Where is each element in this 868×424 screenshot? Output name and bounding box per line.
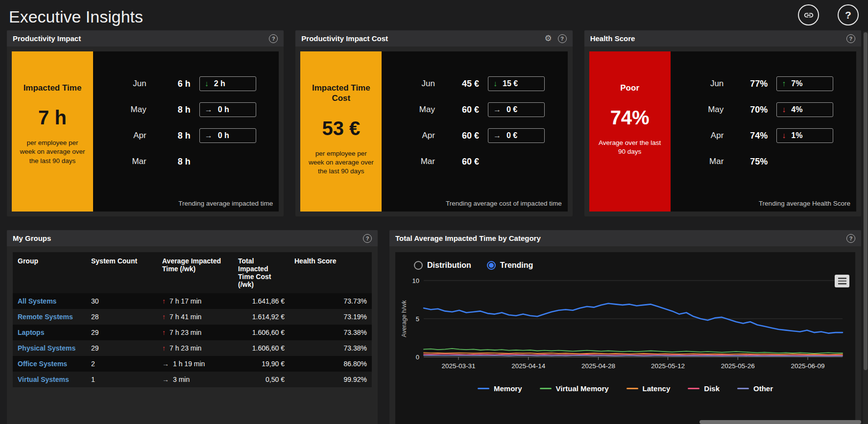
right-arrow-icon xyxy=(162,360,169,368)
help-icon[interactable] xyxy=(846,34,855,43)
up-arrow-icon xyxy=(162,313,166,321)
right-arrow-icon xyxy=(162,376,169,383)
series-color-swatch xyxy=(540,388,552,389)
delta-badge: 0 € xyxy=(488,128,545,143)
cost-cell: 1.606,60 € xyxy=(233,325,289,340)
legend-item-other[interactable]: Other xyxy=(737,384,773,393)
system-count-cell: 29 xyxy=(86,340,157,356)
summary-value: 74% xyxy=(610,107,650,129)
help-icon[interactable] xyxy=(846,234,855,243)
category-chart-card: Total Average Impacted Time by Category … xyxy=(389,230,861,424)
right-arrow-icon xyxy=(205,131,213,140)
help-icon[interactable] xyxy=(363,234,372,243)
month-label: Apr xyxy=(116,131,146,141)
group-link[interactable]: Office Systems xyxy=(18,360,67,368)
top-bar: Executive Insights xyxy=(0,0,868,30)
impacted-time-cost-summary: Impacted Time Cost 53 € per employee per… xyxy=(300,51,382,212)
page-help-button[interactable] xyxy=(838,4,859,25)
trend-row: Jun 77% 7% xyxy=(693,76,833,92)
card-header: Productivity Impact xyxy=(7,30,284,47)
card-title: Total Average Impacted Time by Category xyxy=(395,234,541,242)
health-score-cell: 99.92% xyxy=(289,372,372,387)
delta-value: 0 h xyxy=(218,105,229,114)
trend-row: Jun 45 € 15 € xyxy=(405,76,545,92)
month-value: 70% xyxy=(732,105,768,115)
svg-text:0: 0 xyxy=(416,353,419,361)
vertical-scrollbar[interactable] xyxy=(863,31,868,424)
column-header-total-cost[interactable]: Total Impacted Time Cost (/wk) xyxy=(233,252,289,293)
card-body: Impacted Time Cost 53 € per employee per… xyxy=(295,47,572,216)
radio-icon xyxy=(487,261,496,270)
health-score-card: Health Score Poor 74% Average over the l… xyxy=(584,30,861,216)
column-header-health-score[interactable]: Health Score xyxy=(289,252,372,293)
table-row: All Systems 30 7 h 17 min 1.641,86 € 73.… xyxy=(13,293,372,309)
column-header-group[interactable]: Group xyxy=(13,252,86,293)
chart-menu-button[interactable] xyxy=(835,275,849,287)
table-row: Physical Systems 29 7 h 23 min 1.606,60 … xyxy=(13,340,372,356)
delta-value: 15 € xyxy=(503,79,518,88)
group-link[interactable]: Virtual Systems xyxy=(18,376,69,383)
right-arrow-icon xyxy=(493,105,501,114)
up-arrow-icon xyxy=(162,344,166,352)
column-header-system-count[interactable]: System Count xyxy=(86,252,157,293)
gear-icon[interactable] xyxy=(544,33,552,44)
summary-label: Impacted Time Cost xyxy=(307,83,375,104)
group-link[interactable]: All Systems xyxy=(18,297,56,305)
delta-value: 4% xyxy=(791,105,802,114)
lower-row: My Groups Group System Count Average Imp… xyxy=(7,230,861,424)
system-count-cell: 1 xyxy=(86,372,157,387)
summary-label: Impacted Time xyxy=(24,83,82,93)
table-row: Laptops 29 7 h 23 min 1.606,60 € 73.38% xyxy=(13,325,372,340)
avg-impacted-time-cell: 7 h 23 min xyxy=(157,325,233,340)
monthly-trend-list: Jun 77% 7% May 70% 4% xyxy=(671,51,856,212)
svg-text:2025-05-26: 2025-05-26 xyxy=(721,362,755,370)
delta-value: 0 € xyxy=(506,105,517,114)
help-icon[interactable] xyxy=(269,34,278,43)
group-link[interactable]: Remote Systems xyxy=(18,313,73,321)
radio-trending[interactable]: Trending xyxy=(487,261,533,270)
series-color-swatch xyxy=(478,388,489,389)
up-arrow-icon xyxy=(162,329,166,336)
card-body: Poor 74% Average over the last 90 days J… xyxy=(584,47,861,216)
trend-row: May 70% 4% xyxy=(693,102,833,118)
card-footer-note: Trending average cost of impacted time xyxy=(446,200,562,207)
category-trend-chart[interactable]: 0510Average h/wk2025-03-312025-04-142025… xyxy=(399,274,847,377)
link-icon xyxy=(803,10,814,21)
svg-text:2025-05-12: 2025-05-12 xyxy=(651,362,685,370)
month-label: Jun xyxy=(116,79,146,89)
delta-badge: 4% xyxy=(776,102,833,117)
health-score-cell: 73.38% xyxy=(289,325,372,340)
card-body: Impacted Time 7 h per employee per week … xyxy=(7,47,284,216)
legend-item-memory[interactable]: Memory xyxy=(478,384,522,393)
month-value: 60 € xyxy=(444,105,479,115)
table-row: Virtual Systems 1 3 min 0,50 € 99.92% xyxy=(13,372,372,387)
avg-impacted-time-cell: 7 h 17 min xyxy=(157,293,233,309)
group-link[interactable]: Physical Systems xyxy=(18,344,75,352)
svg-text:2025-04-14: 2025-04-14 xyxy=(511,362,546,370)
horizontal-scrollbar-thumb[interactable] xyxy=(699,420,861,424)
radio-distribution[interactable]: Distribution xyxy=(414,261,471,270)
legend-item-disk[interactable]: Disk xyxy=(688,384,720,393)
radio-label: Trending xyxy=(500,261,533,270)
share-link-button[interactable] xyxy=(798,4,819,25)
summary-value: 7 h xyxy=(38,107,67,129)
radio-icon xyxy=(414,261,423,270)
group-link[interactable]: Laptops xyxy=(18,329,44,336)
card-header: Productivity Impact Cost xyxy=(295,30,572,47)
cost-cell: 0,50 € xyxy=(233,372,289,387)
month-value: 77% xyxy=(732,79,768,89)
column-header-avg-impacted-time[interactable]: Average Impacted Time (/wk) xyxy=(157,252,233,293)
vertical-scrollbar-thumb[interactable] xyxy=(864,32,868,370)
trend-row: Mar 75% xyxy=(693,154,833,169)
legend-item-latency[interactable]: Latency xyxy=(627,384,671,393)
month-label: May xyxy=(405,105,435,115)
month-value: 6 h xyxy=(155,79,191,89)
avg-impacted-time-cell: 1 h 19 min xyxy=(157,356,233,372)
month-label: Mar xyxy=(693,157,723,166)
series-color-swatch xyxy=(737,388,749,389)
up-arrow-icon xyxy=(162,297,166,305)
health-score-cell: 73.73% xyxy=(289,293,372,309)
help-icon[interactable] xyxy=(558,34,567,43)
legend-item-virtual-memory[interactable]: Virtual Memory xyxy=(540,384,609,393)
down-arrow-icon xyxy=(493,79,497,88)
